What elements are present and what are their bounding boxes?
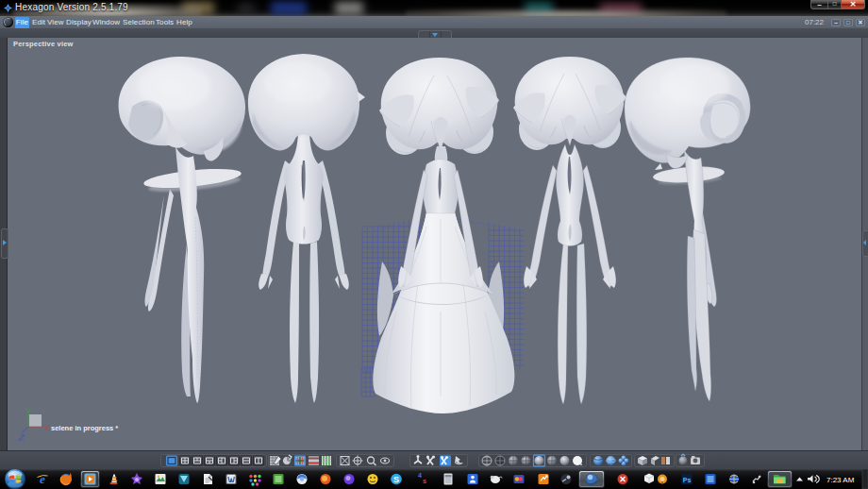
svg-text:S: S — [393, 475, 399, 484]
svg-text:selene in progress *: selene in progress * — [51, 424, 118, 432]
svg-text:Ps: Ps — [683, 477, 692, 483]
svg-text:4: 4 — [418, 472, 422, 479]
svg-text:e: e — [40, 472, 45, 486]
svg-text:s: s — [423, 478, 426, 484]
